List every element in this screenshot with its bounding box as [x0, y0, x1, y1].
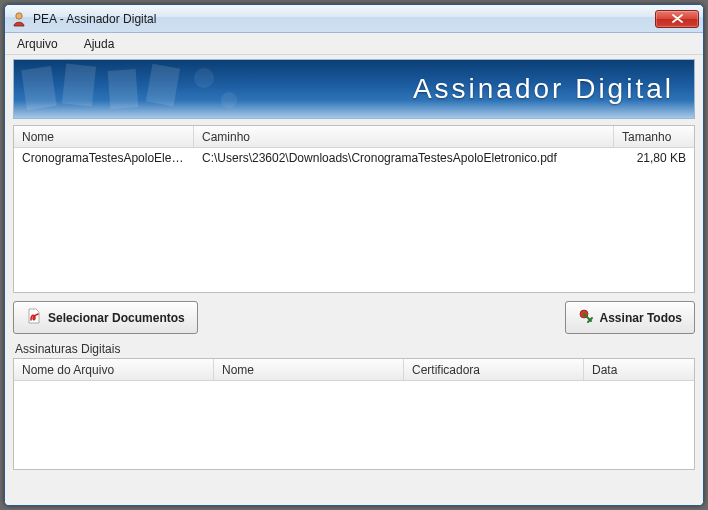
app-icon: [11, 11, 27, 27]
column-header-data[interactable]: Data: [584, 359, 694, 380]
banner-decoration: [14, 60, 274, 119]
column-header-nome[interactable]: Nome: [14, 126, 194, 147]
action-row: Selecionar Documentos Assinar Todos: [13, 301, 695, 334]
banner-title: Assinador Digital: [413, 73, 674, 105]
titlebar: PEA - Assinador Digital: [5, 5, 703, 33]
column-header-nome-arquivo[interactable]: Nome do Arquivo: [14, 359, 214, 380]
table-row[interactable]: CronogramaTestesApoloEletronic... C:\Use…: [14, 148, 694, 168]
column-header-tamanho[interactable]: Tamanho: [614, 126, 694, 147]
select-documents-button[interactable]: Selecionar Documentos: [13, 301, 198, 334]
svg-point-6: [221, 92, 237, 108]
documents-table: Nome Caminho Tamanho CronogramaTestesApo…: [13, 125, 695, 293]
signatures-table: Nome do Arquivo Nome Certificadora Data: [13, 358, 695, 470]
svg-rect-3: [108, 69, 139, 109]
menu-arquivo[interactable]: Arquivo: [11, 35, 64, 53]
signatures-table-header: Nome do Arquivo Nome Certificadora Data: [14, 359, 694, 381]
menu-ajuda[interactable]: Ajuda: [78, 35, 121, 53]
documents-table-header: Nome Caminho Tamanho: [14, 126, 694, 148]
select-documents-label: Selecionar Documentos: [48, 311, 185, 325]
close-icon: [672, 14, 683, 23]
window-title: PEA - Assinador Digital: [33, 12, 655, 26]
svg-rect-4: [146, 64, 180, 106]
banner: Assinador Digital: [13, 59, 695, 119]
sign-all-label: Assinar Todos: [600, 311, 682, 325]
svg-rect-1: [21, 66, 56, 110]
column-header-certificadora[interactable]: Certificadora: [404, 359, 584, 380]
close-button[interactable]: [655, 10, 699, 28]
cell-tamanho: 21,80 KB: [614, 149, 694, 167]
svg-point-0: [16, 12, 22, 18]
pdf-icon: [26, 308, 42, 327]
documents-table-body: CronogramaTestesApoloEletronic... C:\Use…: [14, 148, 694, 292]
sign-all-button[interactable]: Assinar Todos: [565, 301, 695, 334]
menubar: Arquivo Ajuda: [5, 33, 703, 55]
cell-nome: CronogramaTestesApoloEletronic...: [14, 149, 194, 167]
client-area: Assinador Digital Nome Caminho Tamanho C…: [5, 55, 703, 505]
svg-rect-2: [62, 64, 96, 107]
sign-icon: [578, 308, 594, 327]
app-window: PEA - Assinador Digital Arquivo Ajuda As…: [4, 4, 704, 506]
signatures-table-body: [14, 381, 694, 469]
signatures-group-label: Assinaturas Digitais: [15, 342, 695, 356]
svg-point-5: [194, 68, 214, 88]
cell-caminho: C:\Users\23602\Downloads\CronogramaTeste…: [194, 149, 614, 167]
column-header-sig-nome[interactable]: Nome: [214, 359, 404, 380]
column-header-caminho[interactable]: Caminho: [194, 126, 614, 147]
